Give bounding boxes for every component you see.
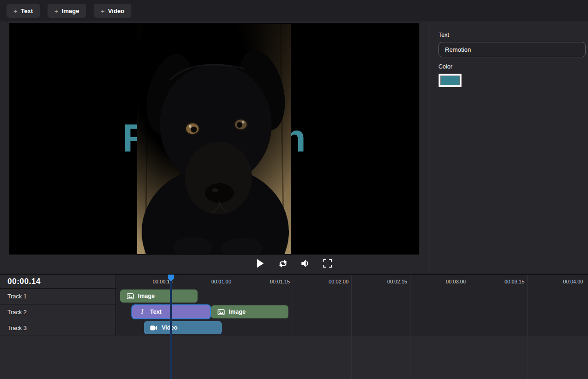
inspector-panel: Text Color <box>430 21 588 273</box>
ruler-timecode-label: 00:04.00 <box>544 275 583 289</box>
fullscreen-button[interactable] <box>322 259 333 270</box>
video-camera-icon <box>150 325 157 331</box>
clip-label: Text <box>150 309 162 315</box>
track-label-1: Track 1 <box>0 289 116 304</box>
add-image-button[interactable]: + Image <box>48 4 86 18</box>
clip-image-track1[interactable]: Image <box>120 289 198 303</box>
timeline-gridline <box>586 275 586 379</box>
fullscreen-icon <box>323 259 332 269</box>
clip-label: Video <box>162 324 178 331</box>
timeline-gridline <box>293 275 293 379</box>
ruler-timecode-label: 00:02.15 <box>368 275 407 289</box>
dog-photo <box>137 24 291 254</box>
add-video-button[interactable]: + Video <box>94 4 131 18</box>
timeline-lanes[interactable]: Image I Text Image <box>116 275 588 379</box>
ruler-timecode-label: 00:02.00 <box>309 275 349 289</box>
volume-icon <box>301 259 310 269</box>
play-icon <box>257 259 264 269</box>
player-controls <box>0 255 588 274</box>
timeline-gridline <box>469 275 469 379</box>
playhead-line <box>171 275 171 379</box>
current-timecode: 00:00.14 <box>0 275 116 289</box>
ruler-timecode-label: 00:03.15 <box>485 275 525 289</box>
clip-label: Image <box>229 309 246 315</box>
ruler-timecode-label: 00:00.15 <box>134 275 173 289</box>
clip-video-track3[interactable]: Video <box>144 321 222 334</box>
add-text-label: Text <box>21 7 33 14</box>
timeline: 00:00.14 Track 1 Track 2 Track 3 Image I… <box>0 274 588 379</box>
ruler-timecode-label: 00:01.00 <box>192 275 231 289</box>
play-button[interactable] <box>255 259 266 270</box>
track-label-3: Track 3 <box>0 320 116 336</box>
toolbar: + Text + Image + Video <box>0 0 588 21</box>
timeline-header-column: 00:00.14 Track 1 Track 2 Track 3 <box>0 275 116 336</box>
preview-canvas: Remotion <box>9 23 419 255</box>
timeline-gridline <box>234 275 234 379</box>
text-input[interactable] <box>438 42 586 57</box>
color-field-label: Color <box>438 63 585 70</box>
plus-icon: + <box>14 7 18 14</box>
ruler-timecode-label: 00:03.00 <box>427 275 466 289</box>
text-field-label: Text <box>438 32 585 38</box>
image-icon <box>217 309 225 315</box>
timeline-gridline <box>527 275 528 379</box>
ruler-timecode-label: 00:01.15 <box>251 275 290 289</box>
loop-icon <box>278 259 288 269</box>
add-text-button[interactable]: + Text <box>7 4 40 18</box>
volume-button[interactable] <box>300 259 311 270</box>
clip-label: Image <box>138 293 155 299</box>
plus-icon: + <box>55 7 59 14</box>
color-picker-swatch[interactable] <box>438 74 462 87</box>
timeline-gridline <box>351 275 352 379</box>
clip-image-track2[interactable]: Image <box>211 305 288 318</box>
add-image-label: Image <box>62 7 79 14</box>
plus-icon: + <box>101 7 105 14</box>
text-icon: I <box>138 308 146 316</box>
loop-button[interactable] <box>277 259 288 270</box>
image-icon <box>126 293 134 299</box>
timeline-gridline <box>410 275 410 379</box>
track-label-2: Track 2 <box>0 304 116 320</box>
add-video-label: Video <box>108 7 124 14</box>
color-swatch-fill <box>440 76 460 85</box>
